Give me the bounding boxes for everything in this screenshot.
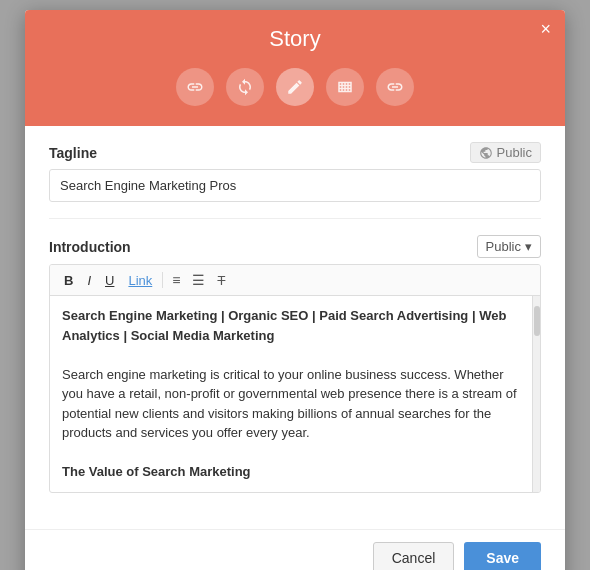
strikethrough-button[interactable]: T (212, 271, 230, 290)
section-divider (49, 218, 541, 219)
icon-row (176, 68, 414, 106)
refresh-icon-circle[interactable] (226, 68, 264, 106)
tagline-visibility[interactable]: Public (470, 142, 541, 163)
link-icon (186, 78, 204, 96)
grid-icon-circle[interactable] (326, 68, 364, 106)
ordered-list-button[interactable]: ≡ (167, 270, 185, 290)
unordered-list-button[interactable]: ☰ (187, 270, 210, 290)
tagline-header: Tagline Public (49, 142, 541, 163)
introduction-visibility[interactable]: Public ▾ (477, 235, 541, 258)
editor-bold-text: Search Engine Marketing | Organic SEO | … (62, 308, 506, 343)
modal-title: Story (269, 26, 320, 52)
introduction-field: Introduction Public ▾ B I U Link ≡ (49, 235, 541, 493)
modal-header: × Story (25, 10, 565, 126)
italic-button[interactable]: I (81, 271, 97, 290)
chain-icon-circle[interactable] (376, 68, 414, 106)
tagline-field: Tagline Public (49, 142, 541, 202)
editor-content[interactable]: Search Engine Marketing | Organic SEO | … (50, 296, 532, 492)
cancel-button[interactable]: Cancel (373, 542, 455, 571)
edit-icon (286, 78, 304, 96)
modal-overlay: × Story (0, 0, 590, 570)
save-button[interactable]: Save (464, 542, 541, 571)
editor-scrollbar-thumb (534, 306, 540, 336)
introduction-visibility-label: Public (486, 239, 521, 254)
modal: × Story (25, 10, 565, 570)
close-button[interactable]: × (540, 20, 551, 38)
chain-icon (386, 78, 404, 96)
tagline-input[interactable] (49, 169, 541, 202)
editor-scrollbar[interactable] (532, 296, 540, 492)
introduction-header: Introduction Public ▾ (49, 235, 541, 258)
link-icon-circle[interactable] (176, 68, 214, 106)
link-button[interactable]: Link (122, 271, 158, 290)
globe-icon (479, 146, 493, 160)
introduction-label: Introduction (49, 239, 131, 255)
chevron-down-icon: ▾ (525, 239, 532, 254)
editor-paragraph: Search engine marketing is critical to y… (62, 365, 520, 443)
editor-subheading: The Value of Search Marketing (62, 464, 251, 479)
editor-toolbar: B I U Link ≡ ☰ T (50, 265, 540, 296)
editor-scrollbar-wrap: Search Engine Marketing | Organic SEO | … (50, 296, 540, 492)
toolbar-divider-1 (162, 272, 163, 288)
grid-icon (336, 78, 354, 96)
editor-container: B I U Link ≡ ☰ T (49, 264, 541, 493)
edit-icon-circle[interactable] (276, 68, 314, 106)
tagline-visibility-label: Public (497, 145, 532, 160)
tagline-label: Tagline (49, 145, 97, 161)
modal-footer: Cancel Save (25, 529, 565, 571)
bold-button[interactable]: B (58, 271, 79, 290)
underline-button[interactable]: U (99, 271, 120, 290)
modal-body: Tagline Public Introduction Public (25, 126, 565, 529)
refresh-icon (236, 78, 254, 96)
